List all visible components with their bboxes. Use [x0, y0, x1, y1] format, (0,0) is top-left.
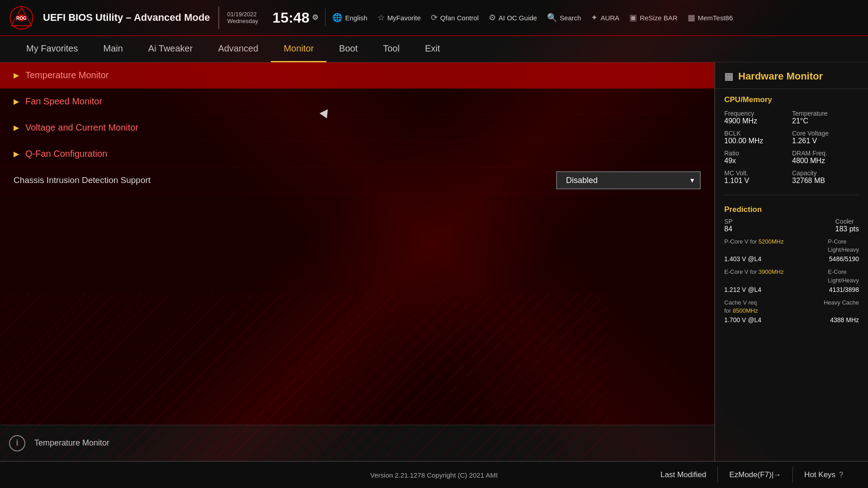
info-bar: i Temperature Monitor — [0, 425, 714, 461]
hw-field-ratio: Ratio 49x — [724, 148, 791, 167]
arrow-icon-fan: ▶ — [14, 97, 19, 106]
tool-resizebar-label: ReSize BAR — [640, 14, 677, 22]
svg-text:ROG: ROG — [16, 16, 27, 21]
date-display: 01/19/2022 — [227, 11, 268, 18]
tool-search-label: Search — [560, 14, 581, 22]
hw-cpu-memory-title: CPU/Memory — [715, 89, 868, 108]
cooler-label: Cooler — [835, 218, 859, 225]
chassis-row: Chassis Intrusion Detection Support Disa… — [0, 167, 714, 193]
hw-monitor-header: ▦ Hardware Monitor — [715, 62, 868, 89]
menu-item-fanspeed[interactable]: ▶ Fan Speed Monitor — [0, 89, 714, 115]
tool-qfan[interactable]: ⟳ Qfan Control — [431, 13, 479, 23]
info-text: Temperature Monitor — [34, 438, 109, 448]
nav-item-tool[interactable]: Tool — [370, 36, 412, 62]
hw-divider — [724, 195, 859, 195]
pred-sp: SP 84 — [724, 218, 733, 233]
ecore-label: E-Core V for 3900MHz — [724, 268, 784, 284]
tool-english[interactable]: 🌐 English — [332, 13, 367, 23]
last-modified-label: Last Modified — [660, 470, 706, 479]
tool-memtest-label: MemTest86 — [698, 14, 733, 22]
nav-item-monitor[interactable]: Monitor — [271, 36, 326, 62]
menu-label-voltage: Voltage and Current Monitor — [25, 122, 138, 133]
tool-search[interactable]: 🔍 Search — [547, 13, 581, 23]
menu-label-fanspeed: Fan Speed Monitor — [25, 96, 102, 107]
cooler-value: 183 pts — [835, 225, 859, 233]
arrow-icon-temp: ▶ — [14, 71, 19, 80]
top-bar: ROG UEFI BIOS Utility – Advanced Mode 01… — [0, 0, 868, 36]
hw-field-bclk: BCLK 100.00 MHz — [724, 128, 791, 147]
day-display: Wednesday — [227, 18, 268, 24]
bios-title: UEFI BIOS Utility – Advanced Mode — [43, 12, 210, 23]
cache-voltage: 1.700 V @L4 — [724, 316, 761, 324]
menu-item-qfan[interactable]: ▶ Q-Fan Configuration — [0, 141, 714, 167]
tool-aura[interactable]: ✦ AURA — [591, 13, 619, 23]
pcore-sub-label: P-CoreLight/Heavy — [828, 238, 859, 254]
chassis-label: Chassis Intrusion Detection Support — [14, 175, 556, 185]
favorite-icon: ☆ — [377, 13, 385, 23]
time-display: 15:48 ⚙ — [273, 10, 319, 25]
nav-bar: My Favorites Main Ai Tweaker Advanced Mo… — [0, 36, 868, 62]
tool-qfan-label: Qfan Control — [440, 14, 479, 22]
aioc-icon: ⚙ — [489, 13, 496, 23]
arrow-icon-qfan: ▶ — [14, 150, 19, 158]
pcore-freq: 5200MHz — [759, 238, 784, 245]
pcore-voltage: 1.403 V @L4 — [724, 255, 761, 263]
nav-item-exit[interactable]: Exit — [412, 36, 453, 62]
hw-prediction-content: SP 84 Cooler 183 pts P-Core V for 5200MH… — [715, 218, 868, 333]
chassis-dropdown[interactable]: Disabled Enabled — [556, 171, 701, 189]
hw-field-mc-volt: MC Volt. 1.101 V — [724, 168, 791, 187]
qfan-icon: ⟳ — [431, 13, 438, 23]
tool-myfavorite[interactable]: ☆ MyFavorite — [377, 13, 421, 23]
tool-resizebar[interactable]: ▣ ReSize BAR — [629, 13, 677, 23]
cache-label: Cache V reqfor 8500MHz — [724, 299, 758, 315]
main-panel: ▶ Temperature Monitor ▶ Fan Speed Monito… — [0, 62, 714, 461]
pred-ecore-block: E-Core V for 3900MHz E-CoreLight/Heavy 1… — [724, 268, 859, 293]
nav-item-advanced[interactable]: Advanced — [205, 36, 271, 62]
pcore-sub-value: 5486/5190 — [829, 255, 859, 263]
nav-item-aitweaker[interactable]: Ai Tweaker — [136, 36, 206, 62]
tool-memtest[interactable]: ▦ MemTest86 — [688, 13, 733, 23]
arrow-icon-voltage: ▶ — [14, 123, 19, 132]
globe-icon: 🌐 — [332, 13, 342, 23]
ecore-freq: 3900MHz — [759, 268, 784, 275]
nav-item-main[interactable]: Main — [90, 36, 135, 62]
settings-icon[interactable]: ⚙ — [312, 14, 318, 21]
hw-monitor-panel: ▦ Hardware Monitor CPU/Memory Frequency … — [714, 62, 868, 461]
hot-keys-btn[interactable]: Hot Keys ? — [793, 467, 854, 483]
divider-1 — [218, 6, 219, 29]
resizebar-icon: ▣ — [629, 13, 637, 23]
tool-aioc-label: AI OC Guide — [499, 14, 537, 22]
cache-sub-label: Heavy Cache — [824, 299, 859, 315]
sp-value: 84 — [724, 225, 733, 233]
ecore-sub-value: 4131/3898 — [829, 286, 859, 293]
aura-icon: ✦ — [591, 13, 598, 23]
hot-keys-label: Hot Keys — [804, 470, 835, 479]
prediction-row-sp-cooler: SP 84 Cooler 183 pts — [724, 218, 859, 233]
hw-field-core-voltage: Core Voltage 1.261 V — [792, 128, 859, 147]
hw-field-dram-freq: DRAM Freq. 4800 MHz — [792, 148, 859, 167]
search-icon: 🔍 — [547, 13, 557, 23]
tool-aioc[interactable]: ⚙ AI OC Guide — [489, 13, 537, 23]
status-bar: Version 2.21.1278 Copyright (C) 2021 AMI… — [0, 461, 868, 488]
divider-2 — [325, 9, 326, 27]
nav-item-favorites[interactable]: My Favorites — [14, 36, 90, 62]
ecore-voltage: 1.212 V @L4 — [724, 286, 761, 293]
top-tools: 🌐 English ☆ MyFavorite ⟳ Qfan Control ⚙ … — [332, 13, 859, 23]
logo-area: ROG — [9, 5, 34, 30]
chassis-dropdown-wrapper[interactable]: Disabled Enabled — [556, 171, 701, 189]
ezmode-btn[interactable]: EzMode(F7)|→ — [718, 467, 793, 483]
menu-item-voltage[interactable]: ▶ Voltage and Current Monitor — [0, 115, 714, 141]
menu-label-temperature: Temperature Monitor — [25, 70, 109, 80]
sp-label: SP — [724, 218, 733, 225]
info-icon: i — [9, 435, 25, 451]
content-area: ▶ Temperature Monitor ▶ Fan Speed Monito… — [0, 62, 868, 461]
last-modified-btn[interactable]: Last Modified — [649, 467, 718, 483]
hw-field-temperature: Temperature 21°C — [792, 108, 859, 127]
time-value: 15:48 — [273, 10, 310, 25]
ecore-sub-label: E-CoreLight/Heavy — [828, 268, 859, 284]
menu-list: ▶ Temperature Monitor ▶ Fan Speed Monito… — [0, 62, 714, 425]
hw-field-capacity: Capacity 32768 MB — [792, 168, 859, 187]
nav-item-boot[interactable]: Boot — [326, 36, 370, 62]
tool-myfavorite-label: MyFavorite — [387, 14, 421, 22]
menu-item-temperature[interactable]: ▶ Temperature Monitor — [0, 62, 714, 89]
